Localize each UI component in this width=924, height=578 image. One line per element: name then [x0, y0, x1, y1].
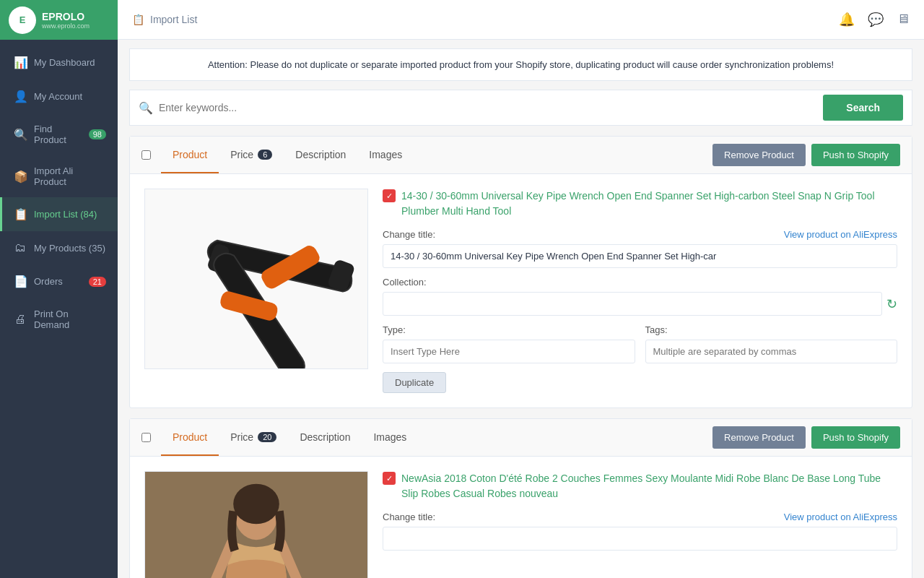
- product-image-1: [144, 189, 368, 369]
- card-header-actions-1: Remove Product Push to Shopify: [712, 144, 900, 166]
- push-to-shopify-1-button[interactable]: Push to Shopify: [811, 144, 900, 166]
- content-area: Attention: Please do not duplicate or se…: [118, 40, 924, 578]
- messages-icon[interactable]: 💬: [868, 12, 884, 27]
- import-ali-icon: 📦: [14, 170, 27, 184]
- change-title-row-2: Change title: View product on AliExpress: [383, 512, 897, 522]
- wrench-svg: [148, 189, 365, 369]
- sidebar-item-orders[interactable]: 📄 Orders 21: [0, 264, 118, 298]
- remove-product-2-button[interactable]: Remove Product: [712, 426, 806, 449]
- window-icon[interactable]: 🖥: [897, 12, 910, 27]
- dress-svg: [145, 471, 367, 578]
- card-header-1: Product Price 6 Description Images Remov…: [130, 137, 912, 174]
- sidebar-item-account[interactable]: 👤 My Account: [0, 79, 118, 113]
- sidebar-nav: 📊 My Dashboard 👤 My Account 🔍 Find Produ…: [0, 40, 118, 340]
- orders-badge: 21: [89, 277, 106, 287]
- sidebar-item-import-list[interactable]: 📋 Import List (84): [0, 197, 118, 231]
- dashboard-icon: 📊: [14, 56, 27, 69]
- view-aliexpress-1[interactable]: View product on AliExpress: [784, 229, 897, 240]
- product-details-1: ✓ 14-30 / 30-60mm Universal Key Pipe Wre…: [383, 189, 897, 393]
- topbar-icons: 🔔 💬 🖥: [839, 12, 910, 27]
- sidebar: E EPROLO www.eprolo.com 📊 My Dashboard 👤…: [0, 0, 118, 578]
- collection-label-row-1: Collection:: [383, 277, 897, 288]
- search-icon: 🔍: [139, 101, 153, 115]
- collection-row-1: ↻: [383, 292, 897, 316]
- card-body-2: ✓ NewAsia 2018 Coton D'été Robe 2 Couche…: [130, 457, 912, 578]
- notification-icon[interactable]: 🔔: [839, 12, 855, 27]
- search-bar: 🔍 Search: [129, 90, 912, 126]
- my-products-icon: 🗂: [14, 241, 27, 254]
- tab-price-1[interactable]: Price 6: [219, 137, 284, 173]
- attention-bar: Attention: Please do not duplicate or se…: [129, 48, 912, 81]
- tab-images-2[interactable]: Images: [362, 420, 418, 456]
- title-input-2[interactable]: [383, 527, 897, 551]
- find-product-icon: 🔍: [14, 128, 27, 142]
- tags-input-1[interactable]: [645, 340, 898, 363]
- card-header-2: Product Price 20 Description Images Remo…: [130, 419, 912, 457]
- tab-product-1[interactable]: Product: [161, 137, 219, 173]
- price-badge-2: 20: [258, 432, 276, 442]
- product-title-1: ✓ 14-30 / 30-60mm Universal Key Pipe Wre…: [383, 189, 897, 219]
- svg-point-6: [233, 484, 279, 525]
- search-input[interactable]: [159, 102, 817, 113]
- price-badge-1: 6: [258, 150, 272, 160]
- sidebar-item-find-product[interactable]: 🔍 Find Product 98: [0, 113, 118, 155]
- tab-product-2[interactable]: Product: [161, 420, 219, 456]
- duplicate-button-1[interactable]: Duplicate: [383, 372, 446, 393]
- tags-col-1: Tags:: [645, 324, 898, 363]
- account-icon: 👤: [14, 90, 27, 103]
- title-checkbox-1[interactable]: ✓: [383, 189, 396, 202]
- product-card-1: Product Price 6 Description Images Remov…: [129, 136, 912, 408]
- card-body-1: ✓ 14-30 / 30-60mm Universal Key Pipe Wre…: [130, 174, 912, 407]
- topbar-title: 📋 Import List: [132, 14, 197, 25]
- type-tags-row-1: Type: Tags:: [383, 324, 897, 363]
- product-image-2: [144, 471, 368, 578]
- product-2-checkbox[interactable]: [141, 433, 151, 442]
- find-product-badge: 98: [89, 129, 106, 139]
- title-checkbox-2[interactable]: ✓: [383, 472, 396, 485]
- product-card-2: Product Price 20 Description Images Remo…: [129, 418, 912, 578]
- view-aliexpress-2[interactable]: View product on AliExpress: [784, 512, 897, 522]
- sidebar-item-print-on-demand[interactable]: 🖨 Print On Demand: [0, 298, 118, 340]
- product-details-2: ✓ NewAsia 2018 Coton D'été Robe 2 Couche…: [383, 471, 897, 578]
- card-header-actions-2: Remove Product Push to Shopify: [712, 426, 900, 449]
- tab-description-2[interactable]: Description: [288, 420, 362, 456]
- remove-product-1-button[interactable]: Remove Product: [712, 144, 806, 166]
- type-col-1: Type:: [383, 324, 635, 363]
- type-input-1[interactable]: [383, 340, 635, 363]
- topbar-icon: 📋: [132, 14, 144, 25]
- sidebar-item-my-products[interactable]: 🗂 My Products (35): [0, 231, 118, 264]
- search-button[interactable]: Search: [823, 95, 903, 121]
- main-content: 📋 Import List 🔔 💬 🖥 Attention: Please do…: [118, 0, 924, 578]
- logo-icon: E: [9, 7, 36, 34]
- refresh-icon-1[interactable]: ↻: [886, 296, 897, 312]
- import-list-icon: 📋: [14, 207, 27, 221]
- tab-images-1[interactable]: Images: [357, 137, 414, 173]
- change-title-row-1: Change title: View product on AliExpress: [383, 229, 897, 240]
- logo-text: EPROLO www.eprolo.com: [42, 11, 90, 30]
- title-input-1[interactable]: [383, 244, 897, 268]
- sidebar-item-import-ali[interactable]: 📦 Import Ali Product: [0, 155, 118, 197]
- topbar: 📋 Import List 🔔 💬 🖥: [118, 0, 924, 40]
- tab-price-2[interactable]: Price 20: [219, 420, 288, 456]
- sidebar-item-dashboard[interactable]: 📊 My Dashboard: [0, 46, 118, 79]
- orders-icon: 📄: [14, 275, 27, 288]
- push-to-shopify-2-button[interactable]: Push to Shopify: [811, 426, 900, 449]
- logo: E EPROLO www.eprolo.com: [0, 0, 118, 40]
- tab-description-1[interactable]: Description: [284, 137, 357, 173]
- print-on-demand-icon: 🖨: [14, 313, 27, 326]
- product-1-checkbox[interactable]: [141, 150, 151, 160]
- product-title-2: ✓ NewAsia 2018 Coton D'été Robe 2 Couche…: [383, 471, 897, 501]
- collection-input-1[interactable]: [383, 292, 882, 316]
